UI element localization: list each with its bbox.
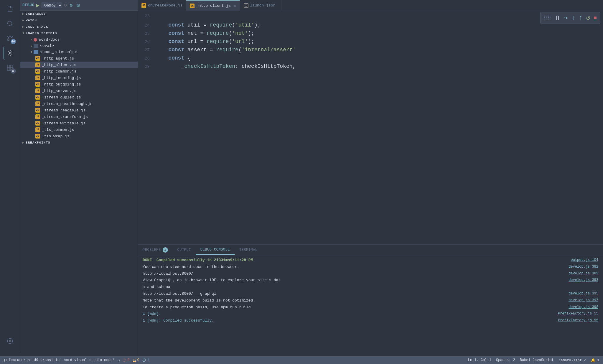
variables-section-header[interactable]: ▶ VARIABLES: [20, 11, 138, 17]
tree-item-http-common[interactable]: JS _http_common.js: [20, 68, 138, 75]
tree-item-stream-transform[interactable]: JS _stream_transform.js: [20, 113, 138, 120]
http-server-label: _http_server.js: [42, 89, 76, 93]
panel-tab-terminal[interactable]: TERMINAL: [235, 245, 262, 255]
nord-docs-chevron: ▶: [31, 38, 32, 42]
status-position[interactable]: Ln 1, Col 1: [468, 358, 491, 362]
status-warnings[interactable]: 0: [133, 358, 139, 362]
status-spaces[interactable]: Spaces: 2: [496, 358, 515, 362]
status-info[interactable]: 1: [142, 358, 149, 362]
search-icon[interactable]: [4, 17, 17, 30]
http-client-tab-close[interactable]: ✕: [234, 3, 236, 8]
panel-content[interactable]: DONE Compiled successfully in 21331ms9:1…: [138, 255, 603, 356]
debug-float-stop-button[interactable]: ■: [593, 14, 597, 22]
console-view-nord-text: You can now view nord-docs in the browse…: [143, 264, 569, 270]
console-graphql-url-link[interactable]: develop.js:395: [569, 291, 598, 297]
console-done-text: DONE Compiled successfully in 21331ms9:1…: [143, 257, 571, 263]
loaded-scripts-section-header[interactable]: ▶ LOADED SCRIPTS: [20, 30, 138, 37]
extensions-icon[interactable]: 5: [4, 61, 17, 74]
tab-oncreatenode[interactable]: JS onCreateNode.js: [138, 0, 186, 11]
code-editor[interactable]: 23 24 const util = require('util'); 25 c…: [138, 11, 603, 244]
tab-launch-json[interactable]: {} launch.json: [240, 0, 281, 11]
console-npm-build-link[interactable]: develop.js:398: [569, 304, 598, 311]
source-control-icon[interactable]: 46: [4, 32, 17, 45]
tree-item-stream-passthrough[interactable]: JS _stream_passthrough.js: [20, 101, 138, 107]
status-language[interactable]: Babel JavaScript: [520, 358, 554, 362]
console-view-nord-link[interactable]: develop.js:382: [569, 264, 598, 270]
nord-docs-label: nord-docs: [39, 37, 60, 42]
variables-label: VARIABLES: [26, 12, 46, 16]
debug-float-drag-handle[interactable]: ⠿⠿: [543, 14, 552, 22]
tree-item-http-server[interactable]: JS _http_server.js: [20, 88, 138, 94]
panel-tab-problems[interactable]: PROBLEMS 1: [138, 245, 173, 255]
tree-item-http-agent[interactable]: JS _http_agent.js: [20, 55, 138, 62]
debug-console-label: DEBUG CONSOLE: [200, 248, 230, 252]
code-line-23: 23: [138, 14, 603, 22]
sync-icon[interactable]: ↺: [118, 358, 120, 363]
nord-docs-dot: [34, 38, 37, 42]
console-localhost-link[interactable]: develop.js:389: [569, 271, 598, 277]
debug-float-step-out-button[interactable]: ↑: [578, 14, 583, 22]
output-label: OUTPUT: [177, 248, 191, 252]
branch-icon: [4, 358, 7, 362]
debug-float-pause-button[interactable]: ⏸: [554, 14, 561, 22]
tab-http-client[interactable]: JS _http_client.js ✕: [186, 0, 240, 11]
call-stack-section-header[interactable]: ▶ CALL STACK: [20, 24, 138, 30]
debug-terminal-button[interactable]: ⊡: [76, 2, 81, 9]
console-wdm2-link[interactable]: PrefixFactory.js:55: [558, 318, 598, 324]
debug-float-restart-button[interactable]: ↺: [586, 13, 591, 22]
http-client-tab-js-icon: JS: [190, 4, 195, 8]
debug-float-step-over-button[interactable]: ↷: [564, 14, 568, 22]
http-client-label: _http_client.js: [42, 63, 76, 67]
activity-bar: 46 5: [0, 0, 20, 352]
console-not-optimized-link[interactable]: develop.js:397: [569, 298, 598, 304]
debug-gear-button[interactable]: ⚙: [69, 2, 74, 9]
http-agent-label: _http_agent.js: [42, 56, 74, 61]
settings-icon[interactable]: [4, 335, 17, 347]
svg-point-4: [11, 36, 12, 38]
panel-tab-debug-console[interactable]: DEBUG CONSOLE: [196, 245, 235, 255]
stream-readable-js-icon: JS: [35, 108, 40, 113]
watch-section-header[interactable]: ▶ WATCH: [20, 17, 138, 24]
tree-item-http-incoming[interactable]: JS _http_incoming.js: [20, 75, 138, 81]
tls-wrap-js-icon: JS: [35, 134, 40, 139]
console-schema-text: a and schema: [143, 284, 598, 290]
debug-play-button[interactable]: ▶: [36, 2, 39, 9]
tree-item-http-outgoing[interactable]: JS _http_outgoing.js: [20, 81, 138, 88]
debug-icon[interactable]: [4, 47, 17, 60]
oncreatenode-tab-label: onCreateNode.js: [148, 3, 182, 8]
tree-item-eval[interactable]: ▶ <eval>: [20, 43, 138, 49]
console-line-graphql-url: http://localhost:8000/___graphql develop…: [143, 291, 598, 297]
svg-rect-11: [7, 68, 9, 70]
tls-common-label: _tls_common.js: [42, 128, 74, 132]
stream-passthrough-label: _stream_passthrough.js: [42, 102, 93, 106]
tree-item-stream-readable[interactable]: JS _stream_readable.js: [20, 107, 138, 113]
status-errors[interactable]: 0: [123, 358, 129, 362]
debug-toolbar: DEBUG ▶ Gatsby ⬡ ⚙ ⊡: [20, 0, 138, 11]
console-graphql-ide-link[interactable]: develop.js:393: [569, 277, 598, 284]
console-wdm2-text: i [wdm]: Compiled successfully.: [143, 318, 558, 324]
code-line-29: 29 _checkIsHttpToken: checkIsHttpToken,: [138, 63, 603, 71]
tree-item-nord-docs[interactable]: ▶ nord-docs: [20, 37, 138, 43]
console-wdm1-link[interactable]: PrefixFactory.js:55: [558, 311, 598, 317]
debug-float-step-into-button[interactable]: ↓: [571, 14, 576, 22]
panel-tabs: PROBLEMS 1 OUTPUT DEBUG CONSOLE TERMINAL: [138, 245, 603, 255]
tree-item-node-internals[interactable]: ▶ <node_internals>: [20, 49, 138, 55]
panel-tab-output[interactable]: OUTPUT: [173, 245, 196, 255]
tree-item-tls-wrap[interactable]: JS _tls_wrap.js: [20, 133, 138, 139]
code-line-27: 27 const assert = require('internal/asse…: [138, 47, 603, 55]
tree-item-tls-common[interactable]: JS _tls_common.js: [20, 126, 138, 133]
tab-bar: JS onCreateNode.js JS _http_client.js ✕ …: [138, 0, 603, 11]
status-bell[interactable]: 🔔 1: [591, 358, 599, 363]
breakpoints-section-header[interactable]: ▶ BREAKPOINTS: [20, 139, 138, 146]
status-branch[interactable]: feature/gh-149-transition-nord-visual-st…: [4, 358, 115, 362]
status-linter[interactable]: remark-lint ✓: [558, 358, 586, 363]
files-icon[interactable]: [4, 2, 17, 15]
tree-item-stream-writable[interactable]: JS _stream_writable.js: [20, 120, 138, 126]
status-bar: feature/gh-149-transition-nord-visual-st…: [0, 356, 603, 364]
console-done-link[interactable]: output.js:104: [571, 257, 598, 263]
launch-json-icon: {}: [244, 3, 248, 8]
tree-item-stream-duplex[interactable]: JS _stream_duplex.js: [20, 94, 138, 101]
debug-config-select[interactable]: Gatsby: [41, 2, 62, 8]
tree-item-http-client[interactable]: JS _http_client.js: [20, 62, 138, 68]
stream-transform-label: _stream_transform.js: [42, 115, 88, 119]
